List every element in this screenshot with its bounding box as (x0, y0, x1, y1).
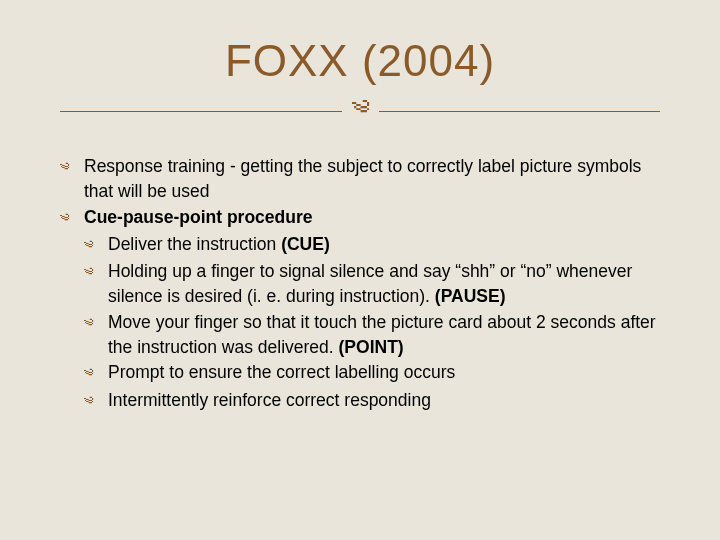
bullet-icon: ༄ (60, 154, 84, 205)
bullet-icon: ༄ (60, 205, 84, 232)
sublist: ༄ Deliver the instruction (CUE) ༄ Holdin… (84, 232, 660, 415)
list-item: ༄ Prompt to ensure the correct labelling… (84, 360, 660, 387)
list-item-text: Deliver the instruction (CUE) (108, 232, 660, 259)
list-item-text: Intermittently reinforce correct respond… (108, 388, 660, 415)
content: ༄ Response training - getting the subjec… (60, 154, 660, 415)
list-item: ༄ Intermittently reinforce correct respo… (84, 388, 660, 415)
list-item-text: Response training - getting the subject … (84, 154, 660, 205)
list-item: ༄ Deliver the instruction (CUE) (84, 232, 660, 259)
list-item-text: Move your finger so that it touch the pi… (108, 310, 660, 361)
bullet-icon: ༄ (84, 259, 108, 310)
list-item-text: Holding up a finger to signal silence an… (108, 259, 660, 310)
list-item-text: Cue-pause-point procedure (84, 205, 660, 232)
divider-line-left (60, 111, 342, 112)
title-divider: ༄ (60, 94, 660, 128)
slide: FOXX (2004) ༄ ༄ Response training - gett… (0, 0, 720, 540)
bullet-icon: ༄ (84, 388, 108, 415)
flourish-icon: ༄ (352, 92, 369, 126)
bullet-icon: ༄ (84, 232, 108, 259)
list-item: ༄ Move your finger so that it touch the … (84, 310, 660, 361)
bullet-icon: ༄ (84, 360, 108, 387)
list-item: ༄ Holding up a finger to signal silence … (84, 259, 660, 310)
page-title: FOXX (2004) (60, 36, 660, 86)
list-item: ༄ Cue-pause-point procedure (60, 205, 660, 232)
list-item-text: Prompt to ensure the correct labelling o… (108, 360, 660, 387)
divider-line-right (379, 111, 661, 112)
bullet-icon: ༄ (84, 310, 108, 361)
list-item: ༄ Response training - getting the subjec… (60, 154, 660, 205)
